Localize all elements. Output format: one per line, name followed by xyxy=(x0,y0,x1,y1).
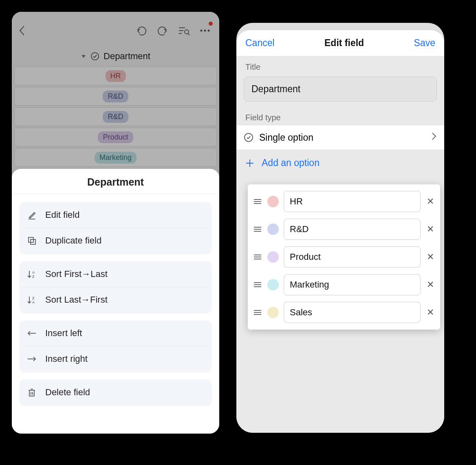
menu-group-2: AZ Sort First→Last ZA Sort Last→First xyxy=(20,261,211,312)
field-type-row[interactable]: Single option xyxy=(236,125,444,150)
menu-delete-field[interactable]: Delete field xyxy=(20,380,211,405)
option-row: Sales✕ xyxy=(250,299,438,326)
save-button[interactable]: Save xyxy=(414,38,435,49)
svg-text:A: A xyxy=(32,270,35,275)
remove-option-button[interactable]: ✕ xyxy=(425,307,435,318)
option-row: Marketing✕ xyxy=(250,271,438,299)
drag-handle-icon[interactable] xyxy=(253,310,262,315)
modal-title: Edit field xyxy=(324,38,364,49)
option-input[interactable]: HR xyxy=(284,191,421,212)
menu-group-4: Delete field xyxy=(20,380,211,405)
field-type-value: Single option xyxy=(259,132,313,143)
option-input[interactable]: R&D xyxy=(284,219,421,240)
menu-label: Edit field xyxy=(45,210,79,220)
duplicate-icon xyxy=(26,235,37,246)
menu-label: Insert left xyxy=(45,328,82,339)
color-swatch[interactable] xyxy=(267,307,279,318)
menu-group-1: Edit field Duplicate field xyxy=(20,202,211,253)
option-input[interactable]: Product xyxy=(284,246,421,268)
options-popup: HR✕R&D✕Product✕Marketing✕Sales✕ xyxy=(248,184,440,330)
menu-insert-right[interactable]: Insert right xyxy=(20,346,211,372)
title-input[interactable]: Department xyxy=(244,77,437,102)
menu-label: Sort First→Last xyxy=(45,269,108,279)
menu-label: Duplicate field xyxy=(45,235,101,246)
single-option-icon xyxy=(244,133,253,142)
chevron-right-icon xyxy=(431,132,437,143)
arrow-left-icon xyxy=(26,328,37,339)
color-swatch[interactable] xyxy=(267,224,279,235)
sheet-title: Department xyxy=(12,176,219,194)
phone-screen-left: Department HRR&DR&DProductMarketing Depa… xyxy=(12,12,219,434)
menu-group-3: Insert left Insert right xyxy=(20,321,211,372)
option-input[interactable]: Marketing xyxy=(284,274,421,295)
sort-desc-icon: ZA xyxy=(26,294,37,305)
svg-point-26 xyxy=(245,133,253,142)
svg-text:A: A xyxy=(32,300,35,304)
remove-option-button[interactable]: ✕ xyxy=(425,196,435,207)
title-section-label: Title xyxy=(236,56,444,74)
modal-header: Cancel Edit field Save xyxy=(236,30,444,56)
menu-sort-desc[interactable]: ZA Sort Last→First xyxy=(20,287,211,312)
menu-edit-field[interactable]: Edit field xyxy=(20,202,211,228)
cancel-button[interactable]: Cancel xyxy=(245,38,275,49)
option-row: Product✕ xyxy=(250,243,438,271)
svg-rect-21 xyxy=(29,390,34,396)
option-row: HR✕ xyxy=(250,188,438,215)
drag-handle-icon[interactable] xyxy=(253,255,262,259)
bottom-sheet: Department Edit field Duplicate field AZ… xyxy=(12,169,219,434)
sort-asc-icon: AZ xyxy=(26,269,37,279)
remove-option-button[interactable]: ✕ xyxy=(425,252,435,262)
drag-handle-icon[interactable] xyxy=(253,227,262,232)
add-option-label: Add an option xyxy=(262,157,320,168)
drag-handle-icon[interactable] xyxy=(253,199,262,204)
color-swatch[interactable] xyxy=(267,279,279,290)
drag-handle-icon[interactable] xyxy=(253,282,262,287)
menu-label: Sort Last→First xyxy=(45,294,108,305)
trash-icon xyxy=(26,387,37,398)
field-type-section-label: Field type xyxy=(236,106,444,125)
svg-text:Z: Z xyxy=(32,275,35,279)
menu-sort-asc[interactable]: AZ Sort First→Last xyxy=(20,261,211,287)
menu-label: Insert right xyxy=(45,354,88,364)
menu-insert-left[interactable]: Insert left xyxy=(20,321,211,346)
menu-label: Delete field xyxy=(45,387,90,398)
arrow-right-icon xyxy=(26,354,37,364)
add-option-button[interactable]: Add an option xyxy=(236,150,444,176)
phone-screen-right: Cancel Edit field Save Title Department … xyxy=(236,23,444,433)
menu-duplicate-field[interactable]: Duplicate field xyxy=(20,228,211,253)
remove-option-button[interactable]: ✕ xyxy=(425,279,435,290)
color-swatch[interactable] xyxy=(267,251,279,263)
remove-option-button[interactable]: ✕ xyxy=(425,224,435,235)
option-row: R&D✕ xyxy=(250,215,438,243)
svg-text:Z: Z xyxy=(32,296,35,300)
option-input[interactable]: Sales xyxy=(284,302,421,323)
edit-icon xyxy=(26,210,37,220)
plus-icon xyxy=(245,159,254,168)
color-swatch[interactable] xyxy=(267,196,279,207)
